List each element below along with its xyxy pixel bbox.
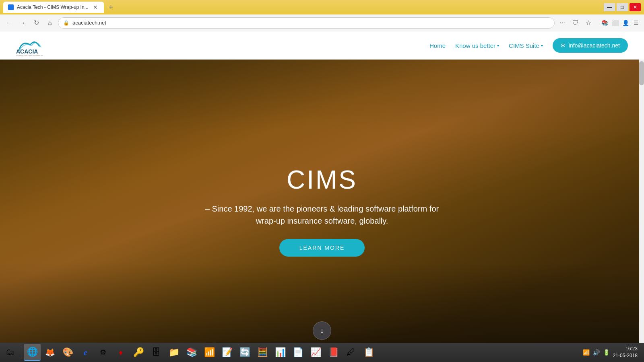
forward-button[interactable]: →: [17, 17, 28, 29]
hero-title: CIMS: [287, 165, 357, 195]
scroll-down-button[interactable]: ↓: [313, 321, 331, 340]
tab-favicon: [8, 4, 14, 10]
hero-content: CIMS – Since 1992, we are the pioneers &…: [201, 165, 443, 257]
ppt-icon[interactable]: 📊: [272, 344, 289, 361]
shield-icon[interactable]: 🛡: [570, 17, 581, 29]
nav-cims-suite-arrow: ▾: [541, 43, 543, 48]
email-icon: ✉: [561, 42, 566, 49]
security-icon: 🔒: [63, 20, 69, 26]
browser-tab[interactable]: Acacia Tech - CIMS Wrap-up In... ✕: [3, 2, 104, 13]
maximize-button[interactable]: □: [617, 3, 628, 11]
website-content: ACACIA TECHNOLOGY & MANAGEMENT INC. Home…: [0, 31, 644, 362]
nav-know-us-label: Know us better: [455, 42, 495, 49]
title-bar: Acacia Tech - CIMS Wrap-up In... ✕ + — □…: [0, 0, 644, 14]
nav-home[interactable]: Home: [429, 42, 446, 49]
clip-icon[interactable]: 📋: [360, 344, 377, 361]
close-button[interactable]: ✕: [630, 3, 641, 11]
new-tab-button[interactable]: +: [105, 2, 117, 13]
filezilla-icon[interactable]: 📶: [201, 344, 218, 361]
site-header: ACACIA TECHNOLOGY & MANAGEMENT INC. Home…: [0, 31, 644, 60]
chrome-icon[interactable]: 🌐: [24, 344, 41, 361]
scroll-down-arrow: ↓: [320, 327, 324, 335]
excel-icon[interactable]: 📈: [307, 344, 324, 361]
nav-know-us-arrow: ▾: [497, 43, 499, 48]
back-button[interactable]: ←: [3, 17, 14, 29]
hero-section: CIMS – Since 1992, we are the pioneers &…: [0, 31, 644, 362]
tab-close-button[interactable]: ✕: [92, 4, 99, 11]
taskbar-separator: [21, 346, 21, 359]
refresh-button[interactable]: ↻: [31, 17, 42, 29]
ie-icon[interactable]: e: [77, 344, 94, 361]
home-button[interactable]: ⌂: [44, 17, 56, 29]
address-bar: ← → ↻ ⌂ 🔒 acaciatech.net ⋯ 🛡 ☆ 📚 ⬜ 👤 ☰: [0, 14, 644, 31]
key-icon[interactable]: 🔑: [130, 344, 147, 361]
volume-icon: 🔊: [593, 349, 600, 356]
tab-groups-icon[interactable]: ⬜: [610, 18, 620, 28]
hero-subtitle: – Since 1992, we are the pioneers & lead…: [201, 203, 443, 227]
system-clock: 16:23 21-05-2018: [613, 346, 641, 359]
bookmarks-icon[interactable]: 📚: [600, 18, 609, 28]
firefox-icon[interactable]: 🦊: [41, 344, 58, 361]
folder-icon[interactable]: 📁: [165, 344, 182, 361]
nav-know-us[interactable]: Know us better ▾: [455, 42, 499, 49]
site-nav: Home Know us better ▾ CIMS Suite ▾ ✉ inf…: [429, 38, 628, 53]
learn-more-button[interactable]: LEARN MORE: [279, 239, 365, 257]
notefile-icon[interactable]: 📝: [219, 344, 235, 361]
svg-text:TECHNOLOGY & MANAGEMENT INC.: TECHNOLOGY & MANAGEMENT INC.: [16, 55, 43, 57]
teamviewer-icon[interactable]: 🔄: [236, 344, 253, 361]
account-icon[interactable]: 👤: [621, 18, 630, 28]
logo-svg: ACACIA TECHNOLOGY & MANAGEMENT INC.: [16, 35, 44, 57]
tab-title: Acacia Tech - CIMS Wrap-up In...: [17, 4, 89, 10]
network-icon: 📶: [583, 349, 590, 356]
url-bar[interactable]: 🔒 acaciatech.net: [58, 17, 555, 29]
more-tools-button[interactable]: ⋯: [557, 17, 568, 29]
files-icon[interactable]: 🗂: [2, 344, 19, 361]
pen-icon[interactable]: 🖊: [343, 344, 359, 361]
browser-frame: Acacia Tech - CIMS Wrap-up In... ✕ + — □…: [0, 0, 644, 362]
svg-text:ACACIA: ACACIA: [16, 48, 38, 55]
scrollbar[interactable]: [639, 60, 644, 362]
acrobat-icon[interactable]: 📕: [325, 344, 342, 361]
bookstack-icon[interactable]: 📚: [183, 344, 200, 361]
menu-icon[interactable]: ☰: [631, 18, 641, 28]
clock-date: 21-05-2018: [613, 352, 638, 359]
email-label: info@acaciatech.net: [569, 42, 620, 49]
word-icon[interactable]: 📄: [289, 344, 306, 361]
clock-time: 16:23: [613, 346, 638, 352]
battery-icon: 🔋: [603, 349, 610, 356]
scrollbar-thumb[interactable]: [639, 61, 644, 85]
site-logo: ACACIA TECHNOLOGY & MANAGEMENT INC.: [16, 35, 44, 57]
browser-actions: ⋯ 🛡 ☆: [557, 17, 594, 29]
url-text: acaciatech.net: [72, 20, 549, 26]
nav-cims-suite[interactable]: CIMS Suite ▾: [509, 42, 543, 49]
red-diamond-icon[interactable]: ♦: [112, 344, 129, 361]
toolbar-icons: 📚 ⬜ 👤 ☰: [600, 18, 641, 28]
xampp-icon[interactable]: ⚙: [95, 344, 111, 361]
window-controls: — □ ✕: [604, 3, 641, 11]
nav-cims-suite-label: CIMS Suite: [509, 42, 539, 49]
bookmark-button[interactable]: ☆: [583, 17, 594, 29]
db-icon[interactable]: 🗄: [148, 344, 165, 361]
email-button[interactable]: ✉ info@acaciatech.net: [553, 38, 628, 53]
taskbar: 🗂 🌐 🦊 🎨 e ⚙ ♦ 🔑 🗄 📁 📚 📶 📝 🔄 🧮 📊 📄 📈 📕 🖊 …: [0, 343, 644, 362]
paint-icon[interactable]: 🎨: [59, 344, 76, 361]
calc-icon[interactable]: 🧮: [254, 344, 271, 361]
minimize-button[interactable]: —: [604, 3, 615, 11]
